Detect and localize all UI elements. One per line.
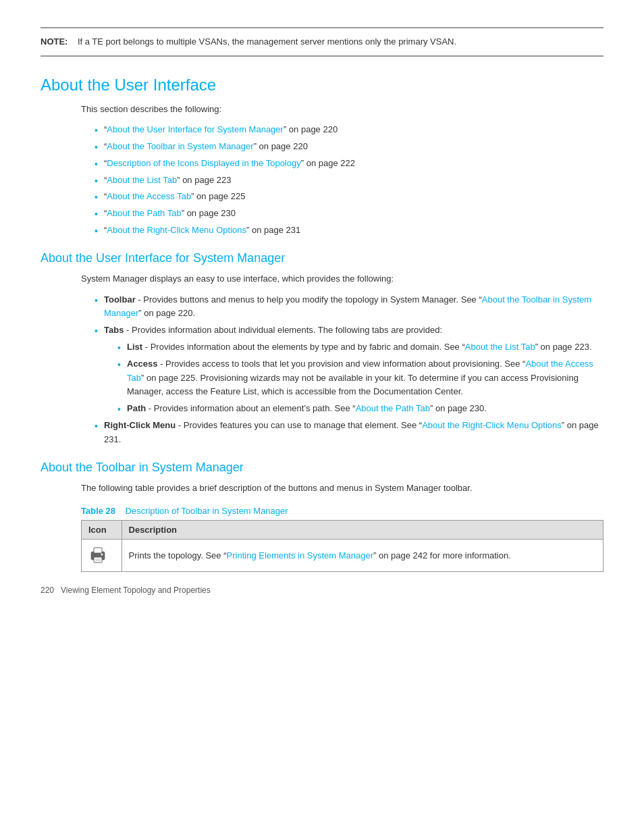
link-access-tab-inline[interactable]: About the Access Tab	[127, 359, 593, 383]
rightclick-desc: - Provides features you can use to manag…	[104, 420, 599, 444]
note-text: If a TE port belongs to multiple VSANs, …	[78, 36, 456, 47]
link-path-tab-inline[interactable]: About the Path Tab	[356, 403, 430, 413]
svg-rect-1	[94, 548, 102, 553]
toolbar-term: Toolbar	[104, 294, 136, 305]
link-list-tab-inline[interactable]: About the List Tab	[465, 342, 535, 352]
link-access-tab[interactable]: About the Access Tab	[107, 191, 191, 201]
col-description: Description	[122, 521, 603, 540]
footer-page: 220	[41, 585, 54, 595]
list-item: “About the User Interface for System Man…	[95, 123, 603, 137]
rightclick-term: Right-Click Menu	[104, 420, 176, 430]
toolbar-intro: The following table provides a brief des…	[81, 481, 603, 496]
link-ui-sm[interactable]: About the User Interface for System Mana…	[107, 124, 284, 134]
link-toolbar-sm[interactable]: About the Toolbar in System Manager	[107, 141, 253, 151]
table-number: Table 28	[81, 506, 115, 516]
path-desc: - Provides information about an element’…	[149, 403, 487, 413]
access-desc: - Provides access to tools that let you …	[127, 359, 593, 397]
list-item: “Description of the Icons Displayed in t…	[95, 157, 603, 171]
table-header-row: Icon Description	[82, 521, 603, 540]
link-path-tab[interactable]: About the Path Tab	[107, 208, 181, 218]
link-rightclick-menu[interactable]: About the Right-Click Menu Options	[107, 225, 246, 235]
list-item: “About the Toolbar in System Manager” on…	[95, 140, 603, 154]
tabs-desc: - Provides information about individual …	[126, 325, 442, 335]
link-toolbar-inline[interactable]: About the Toolbar in System Manager	[104, 294, 591, 319]
sub-list-item-path: Path - Provides information about an ele…	[117, 402, 603, 416]
about-ui-sm-title: About the User Interface for System Mana…	[41, 251, 603, 265]
list-item-rightclick: Right-Click Menu - Provides features you…	[95, 419, 603, 447]
svg-rect-2	[94, 557, 102, 563]
path-term: Path	[127, 403, 146, 413]
link-rightclick-inline[interactable]: About the Right-Click Menu Options	[422, 420, 562, 430]
link-printing-elements[interactable]: Printing Elements in System Manager	[227, 550, 373, 561]
table-desc-text: Prints the topology. See “Printing Eleme…	[129, 550, 511, 561]
footer: 220 Viewing Element Topology and Propert…	[41, 585, 603, 595]
table-cell-icon	[82, 540, 122, 572]
toolbar-desc: - Provides buttons and menus to help you…	[104, 294, 591, 319]
about-toolbar-section: About the Toolbar in System Manager The …	[41, 461, 603, 573]
list-desc: - Provides information about the element…	[145, 342, 592, 352]
toolbar-table: Icon Description	[81, 520, 603, 572]
list-term: List	[127, 342, 142, 352]
table-row: Prints the topology. See “Printing Eleme…	[82, 540, 603, 572]
about-ui-intro: This section describes the following:	[81, 103, 603, 117]
link-list-tab[interactable]: About the List Tab	[107, 175, 177, 185]
access-term: Access	[127, 359, 158, 369]
sub-list-item-access: Access - Provides access to tools that l…	[117, 357, 603, 399]
about-user-interface-section: About the User Interface This section de…	[41, 76, 603, 238]
note-label: NOTE:	[41, 36, 68, 47]
print-icon	[88, 545, 107, 564]
tabs-sub-list: List - Provides information about the el…	[117, 340, 603, 416]
table-caption: Table 28 Description of Toolbar in Syste…	[81, 506, 603, 516]
about-ui-sm-section: About the User Interface for System Mana…	[41, 251, 603, 447]
about-ui-sm-intro: System Manager displays an easy to use i…	[81, 272, 603, 286]
note-box: NOTE: If a TE port belongs to multiple V…	[41, 27, 603, 57]
table-desc-caption: Description of Toolbar in System Manager	[126, 506, 288, 516]
link-icons-topology[interactable]: Description of the Icons Displayed in th…	[107, 158, 300, 168]
table-cell-desc: Prints the topology. See “Printing Eleme…	[122, 540, 603, 572]
svg-point-5	[101, 554, 103, 556]
about-ui-links-list: “About the User Interface for System Man…	[95, 123, 603, 238]
list-item-tabs: Tabs - Provides information about indivi…	[95, 323, 603, 416]
sub-list-item-list: List - Provides information about the el…	[117, 340, 603, 355]
list-item-toolbar: Toolbar - Provides buttons and menus to …	[95, 293, 603, 321]
list-item: “About the Access Tab” on page 225	[95, 190, 603, 204]
list-item: “About the List Tab” on page 223	[95, 174, 603, 188]
list-item: “About the Right-Click Menu Options” on …	[95, 224, 603, 238]
footer-text: Viewing Element Topology and Properties	[61, 585, 211, 595]
about-ui-sm-list: Toolbar - Provides buttons and menus to …	[95, 293, 603, 447]
about-toolbar-title: About the Toolbar in System Manager	[41, 461, 603, 475]
col-icon: Icon	[82, 521, 122, 540]
about-user-interface-title: About the User Interface	[41, 76, 603, 95]
list-item: “About the Path Tab” on page 230	[95, 207, 603, 221]
tabs-term: Tabs	[104, 325, 124, 335]
